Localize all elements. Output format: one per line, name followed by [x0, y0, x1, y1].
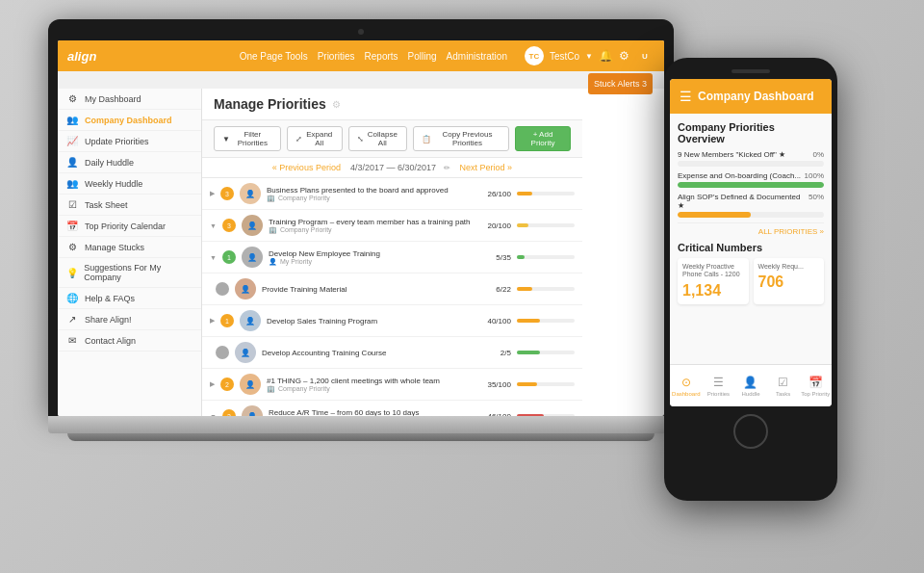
sidebar-item-help[interactable]: 🌐 Help & FAQs: [58, 288, 201, 309]
sidebar-item-suggestions[interactable]: 💡 Suggestions For My Company: [58, 258, 201, 288]
page-title: Manage Priorities: [214, 96, 326, 112]
top-priority-icon: 📅: [808, 376, 823, 389]
priority-pct: 100%: [805, 171, 824, 180]
sidebar-item-manage-stucks[interactable]: ⚙ Manage Stucks: [58, 237, 201, 258]
priority-number: [216, 346, 229, 359]
priority-label-text: Align SOP's Defined & Documented ★: [678, 193, 808, 210]
edit-period-icon[interactable]: ✏: [444, 164, 450, 172]
nav-priorities[interactable]: Priorities: [318, 51, 355, 62]
phone-nav-top-priority[interactable]: 📅 Top Priority: [799, 372, 832, 401]
progress-bar-container: [517, 351, 575, 354]
priority-avatar: 👤: [242, 215, 263, 236]
sidebar-item-daily-huddle[interactable]: 👤 Daily Huddle: [58, 152, 201, 173]
add-priority-button[interactable]: + Add Priority: [515, 126, 571, 151]
priority-sub: 👤 My Priority: [269, 258, 490, 266]
sidebar-item-my-dashboard[interactable]: ⚙ My Dashboard: [58, 89, 201, 110]
nav-label: Tasks: [776, 391, 790, 397]
collapse-icon: ⤡: [357, 135, 364, 143]
user-label[interactable]: TestCo: [550, 51, 579, 62]
priority-avatar: 👤: [235, 278, 256, 300]
priority-item: 👤 Develop Accounting Training Course 2/5: [202, 337, 582, 369]
app-body: ⚙ My Dashboard 👥 Company Dashboard 📈 Upd…: [58, 89, 582, 416]
priority-score: 5/35: [496, 253, 511, 262]
progress-bar-container: [517, 255, 575, 259]
sidebar-item-task-sheet[interactable]: ☑ Task Sheet: [58, 195, 201, 216]
phone-home-button[interactable]: [733, 414, 768, 449]
phone-nav-priorities[interactable]: ☰ Priorities: [703, 372, 735, 401]
sidebar-item-contact[interactable]: ✉ Contact Align: [58, 330, 201, 352]
priority-avatar: 👤: [242, 405, 263, 416]
phone-critical-title: Critical Numbers: [678, 242, 824, 253]
priority-avatar: 👤: [240, 183, 261, 204]
huddle-icon: 👤: [743, 376, 757, 389]
sidebar-item-weekly-huddle[interactable]: 👥 Weekly Huddle: [58, 173, 201, 195]
priority-info: Business Plans presented to the board an…: [267, 186, 481, 202]
priority-title: Develop Accounting Training Course: [262, 349, 495, 357]
header-nav: One Page Tools Priorities Reports Pollin…: [240, 51, 507, 62]
priority-info: Develop Accounting Training Course: [262, 349, 495, 357]
filter-button[interactable]: ▼ Filter Priorities: [214, 126, 281, 151]
user-avatar[interactable]: U: [635, 46, 654, 65]
phone-menu-icon[interactable]: ☰: [680, 89, 692, 104]
nav-reports[interactable]: Reports: [365, 51, 398, 62]
expand-toggle[interactable]: ▼: [210, 413, 217, 417]
phone-all-priorities[interactable]: ALL PRIORITIES »: [678, 222, 824, 236]
expand-toggle[interactable]: ▶: [210, 190, 215, 197]
critical-card-value: 706: [758, 273, 820, 291]
phone-priority-label: 9 New Members "Kicked Off" ★ 0%: [678, 150, 824, 159]
update-icon: 📈: [65, 136, 79, 146]
phone-nav-huddle[interactable]: 👤 Huddle: [734, 372, 767, 401]
sidebar: ⚙ My Dashboard 👥 Company Dashboard 📈 Upd…: [58, 89, 202, 416]
settings-icon[interactable]: ⚙: [619, 49, 629, 63]
priority-score: 46/100: [487, 412, 510, 417]
nav-one-page-tools[interactable]: One Page Tools: [240, 51, 308, 62]
weekly-icon: 👥: [65, 178, 79, 189]
collapse-button[interactable]: ⤡ Collapse All: [348, 126, 407, 151]
priority-sub: 🏢 Company Priority: [267, 195, 481, 202]
expand-toggle[interactable]: ▼: [210, 222, 217, 229]
sidebar-label: Company Dashboard: [85, 116, 172, 125]
bell-icon[interactable]: 🔔: [599, 49, 613, 63]
critical-card-value: 1,134: [682, 282, 744, 300]
priority-number: 3: [220, 187, 234, 200]
company-icon: 🏢: [267, 195, 275, 202]
priority-item: ▼ 1 👤 Develop New Employee Training 👤 My…: [202, 242, 582, 273]
nav-polling[interactable]: Polling: [408, 51, 437, 62]
stuck-alerts-badge[interactable]: Stuck Alerts 3: [588, 73, 653, 94]
expand-toggle[interactable]: ▼: [210, 254, 217, 261]
scene: align One Page Tools Priorities Reports …: [0, 0, 924, 573]
priority-label-text: 9 New Members "Kicked Off" ★: [678, 150, 785, 159]
priority-score: 2/5: [500, 349, 511, 357]
priority-avatar: 👤: [240, 310, 261, 331]
sidebar-item-company-dashboard[interactable]: 👥 Company Dashboard: [58, 110, 201, 131]
expand-toggle[interactable]: ▶: [210, 317, 215, 325]
prev-period-link[interactable]: « Previous Period: [272, 163, 341, 172]
sidebar-item-share[interactable]: ↗ Share Align!: [58, 309, 201, 330]
phone-priority-item: 9 New Members "Kicked Off" ★ 0%: [678, 150, 824, 167]
priority-avatar: 👤: [240, 374, 261, 395]
phone-bottom-nav: ⊙ Dashboard ☰ Priorities 👤 Huddle ☑ Task…: [670, 364, 832, 406]
expand-toggle[interactable]: ▶: [210, 380, 215, 388]
nav-administration[interactable]: Administration: [447, 51, 507, 62]
phone-nav-tasks[interactable]: ☑ Tasks: [767, 372, 800, 401]
progress-bar: [517, 382, 537, 386]
expand-button[interactable]: ⤢ Expand All: [287, 126, 343, 151]
settings-gear-icon: ⚙: [332, 99, 341, 110]
next-period-link[interactable]: Next Period »: [460, 163, 513, 172]
phone-nav-dashboard[interactable]: ⊙ Dashboard: [670, 372, 703, 401]
contact-icon: ✉: [65, 335, 79, 346]
sidebar-item-calendar[interactable]: 📅 Top Priority Calendar: [58, 216, 201, 237]
sidebar-label: Contact Align: [85, 336, 136, 346]
progress-bar: [517, 414, 544, 416]
phone-header: ☰ Company Dashboard: [670, 79, 832, 114]
priority-item: ▶ 3 👤 Business Plans presented to the bo…: [202, 178, 582, 210]
copy-button[interactable]: 📋 Copy Previous Priorities: [413, 126, 509, 151]
laptop-base: [48, 416, 674, 433]
priority-item: ▶ 1 👤 Develop Sales Training Program 40/…: [202, 305, 582, 337]
progress-bar: [517, 192, 532, 195]
stuck-alerts-bar: Stuck Alerts 3: [58, 71, 664, 89]
header-right: TC TestCo ▼ 🔔 ⚙ U: [525, 46, 654, 65]
priority-info: Reduce A/R Time – from 60 days to 10 day…: [269, 408, 482, 417]
sidebar-label: Daily Huddle: [85, 158, 134, 168]
sidebar-item-update-priorities[interactable]: 📈 Update Priorities: [58, 131, 201, 152]
